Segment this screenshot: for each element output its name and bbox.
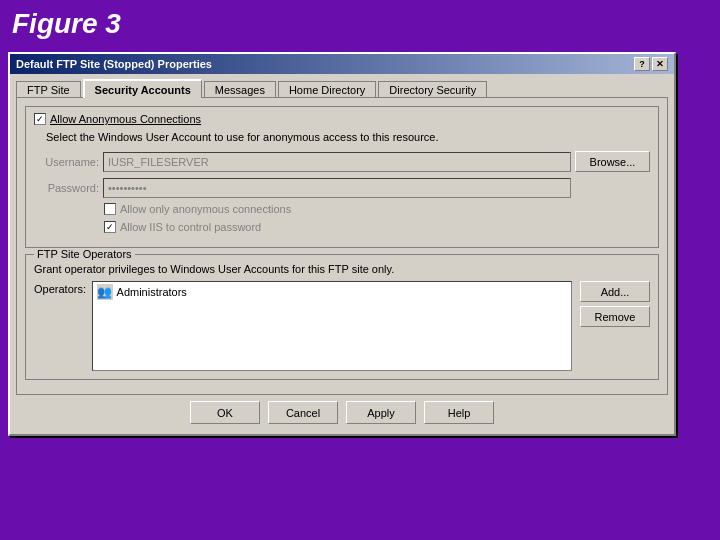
tab-bar: FTP Site Security Accounts Messages Home… bbox=[16, 78, 668, 97]
operators-label: Operators: bbox=[34, 283, 88, 295]
operators-section-title: FTP Site Operators bbox=[34, 248, 135, 260]
close-button[interactable]: ✕ bbox=[652, 57, 668, 71]
operators-description: Grant operator privileges to Windows Use… bbox=[34, 263, 650, 275]
browse-button[interactable]: Browse... bbox=[575, 151, 650, 172]
help-dialog-button[interactable]: Help bbox=[424, 401, 494, 424]
tab-security-accounts[interactable]: Security Accounts bbox=[83, 79, 202, 98]
tab-home-directory[interactable]: Home Directory bbox=[278, 81, 376, 98]
allow-anon-label: Allow Anonymous Connections bbox=[50, 113, 201, 125]
ok-button[interactable]: OK bbox=[190, 401, 260, 424]
anon-only-row: Allow only anonymous connections bbox=[104, 203, 650, 215]
username-input[interactable] bbox=[103, 152, 571, 172]
operators-list[interactable]: 👥 Administrators bbox=[92, 281, 572, 371]
iis-password-label: Allow IIS to control password bbox=[120, 221, 261, 233]
dialog-title: Default FTP Site (Stopped) Properties bbox=[16, 58, 212, 70]
title-bar: Default FTP Site (Stopped) Properties ? … bbox=[10, 54, 674, 74]
admin-icon: 👥 bbox=[97, 284, 113, 300]
tab-panel-security: Allow Anonymous Connections Select the W… bbox=[16, 97, 668, 395]
dialog-window: Default FTP Site (Stopped) Properties ? … bbox=[8, 52, 676, 436]
operators-label-row: Operators: 👥 Administrators bbox=[34, 281, 572, 371]
admin-label: Administrators bbox=[117, 286, 187, 298]
password-input[interactable] bbox=[103, 178, 571, 198]
anon-section: Allow Anonymous Connections Select the W… bbox=[25, 106, 659, 248]
help-button[interactable]: ? bbox=[634, 57, 650, 71]
username-row: Username: Browse... bbox=[34, 151, 650, 172]
operators-row: Operators: 👥 Administrators Add... Remov bbox=[34, 281, 650, 371]
tab-messages[interactable]: Messages bbox=[204, 81, 276, 98]
tab-directory-security[interactable]: Directory Security bbox=[378, 81, 487, 98]
anon-only-label: Allow only anonymous connections bbox=[120, 203, 291, 215]
password-row: Password: bbox=[34, 177, 650, 198]
add-button[interactable]: Add... bbox=[580, 281, 650, 302]
figure-title: Figure 3 bbox=[0, 0, 720, 48]
cancel-button[interactable]: Cancel bbox=[268, 401, 338, 424]
list-item: 👥 Administrators bbox=[93, 282, 571, 302]
dialog-content: FTP Site Security Accounts Messages Home… bbox=[10, 74, 674, 434]
iis-password-checkbox[interactable] bbox=[104, 221, 116, 233]
remove-button[interactable]: Remove bbox=[580, 306, 650, 327]
username-label: Username: bbox=[34, 156, 99, 168]
title-bar-buttons: ? ✕ bbox=[634, 57, 668, 71]
operators-right: Add... Remove bbox=[580, 281, 650, 327]
tab-ftp-site[interactable]: FTP Site bbox=[16, 81, 81, 98]
browse-placeholder bbox=[575, 177, 650, 198]
options-area: Allow only anonymous connections Allow I… bbox=[104, 203, 650, 233]
allow-anon-checkbox[interactable] bbox=[34, 113, 46, 125]
iis-password-row: Allow IIS to control password bbox=[104, 221, 650, 233]
password-label: Password: bbox=[34, 182, 99, 194]
bottom-buttons: OK Cancel Apply Help bbox=[16, 395, 668, 428]
operators-section: FTP Site Operators Grant operator privil… bbox=[25, 254, 659, 380]
anon-only-checkbox[interactable] bbox=[104, 203, 116, 215]
anon-description: Select the Windows User Account to use f… bbox=[46, 131, 650, 143]
operators-left: Operators: 👥 Administrators bbox=[34, 281, 572, 371]
anon-checkbox-row: Allow Anonymous Connections bbox=[34, 113, 650, 125]
apply-button[interactable]: Apply bbox=[346, 401, 416, 424]
